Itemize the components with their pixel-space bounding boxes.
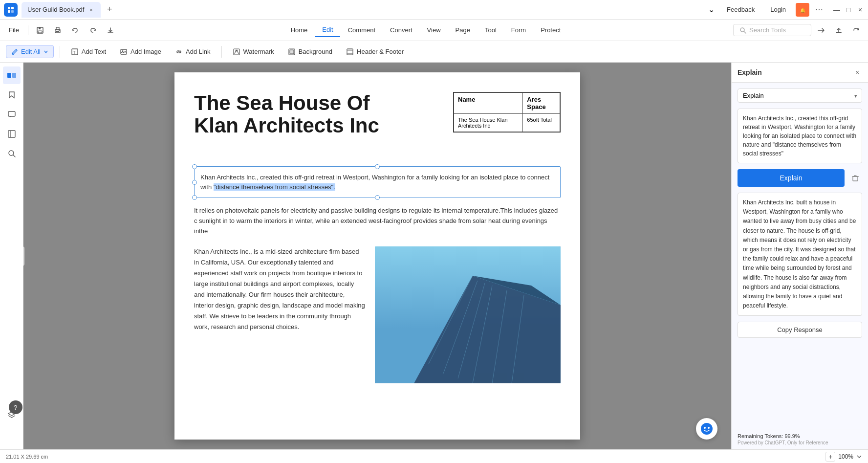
svg-rect-8 <box>39 27 41 29</box>
delete-response-button[interactable] <box>848 171 862 185</box>
header-footer-label: Header & Footer <box>357 48 404 55</box>
edit-all-button[interactable]: Edit All <box>6 45 54 58</box>
status-bar: 21.01 X 29.69 cm + 100% <box>0 449 868 463</box>
menu-protect[interactable]: Protect <box>534 23 567 37</box>
menu-home[interactable]: Home <box>284 23 315 37</box>
add-image-button[interactable]: Add Image <box>115 45 166 58</box>
sidebar-bookmark-button[interactable] <box>3 86 21 104</box>
handle-top-middle[interactable] <box>375 164 380 169</box>
svg-rect-9 <box>38 31 42 33</box>
minimize-button[interactable]: — <box>833 6 841 14</box>
menu-convert[interactable]: Convert <box>383 23 419 37</box>
active-tab[interactable]: User Guild Book.pdf × <box>22 2 101 18</box>
print-button[interactable] <box>50 22 65 38</box>
expand-button[interactable]: ⌄ <box>705 4 717 16</box>
help-button[interactable]: ? <box>9 400 22 414</box>
svg-rect-12 <box>56 31 59 32</box>
tab-bar: User Guild Book.pdf × + <box>22 2 701 18</box>
svg-rect-2 <box>11 7 14 9</box>
table-col1-header: Name <box>454 93 523 114</box>
info-table: Name Ares Space The Sea House Klan Archi… <box>453 92 561 132</box>
upload-icon[interactable] <box>831 22 846 38</box>
menu-edit[interactable]: Edit <box>315 23 340 37</box>
svg-rect-31 <box>8 131 15 137</box>
add-link-button[interactable]: Add Link <box>170 45 216 58</box>
svg-point-33 <box>9 151 14 155</box>
copy-response-button[interactable]: Copy Response <box>738 322 862 338</box>
powered-by-text: Powered by ChatGPT, Only for Reference <box>738 440 862 445</box>
tab-close-button[interactable]: × <box>87 6 95 14</box>
menu-left: File <box>4 22 118 38</box>
sidebar-panel-button[interactable] <box>3 125 21 143</box>
header-footer-button[interactable]: Header & Footer <box>341 45 409 58</box>
explain-dropdown-wrapper: Explain <box>738 88 862 103</box>
refresh-icon[interactable] <box>848 22 864 38</box>
explain-panel-body: Explain Khan Architects Inc., created th… <box>732 83 868 429</box>
redo-button[interactable] <box>85 22 101 38</box>
divider <box>28 25 28 35</box>
left-column-text: Khan Architects Inc., is a mid-sized arc… <box>194 246 365 383</box>
background-button[interactable]: Background <box>283 45 337 58</box>
save-button[interactable] <box>32 22 48 38</box>
download-button[interactable] <box>103 22 118 38</box>
explain-panel-close[interactable]: × <box>852 67 862 77</box>
sidebar-comment-button[interactable] <box>3 106 21 123</box>
login-button[interactable]: Login <box>764 4 792 15</box>
bottom-section: Khan Architects Inc., is a mid-sized arc… <box>194 246 561 383</box>
assistant-button[interactable] <box>696 418 717 440</box>
window-close-button[interactable]: × <box>856 6 864 14</box>
menu-form[interactable]: Form <box>504 23 533 37</box>
profile-icon[interactable]: 🔔 <box>796 3 809 17</box>
explain-panel: Explain × Explain Khan Architects Inc., … <box>731 63 868 449</box>
menu-tool[interactable]: Tool <box>478 23 503 37</box>
svg-rect-29 <box>347 53 353 55</box>
svg-rect-28 <box>347 49 353 50</box>
file-menu[interactable]: File <box>4 24 24 36</box>
app-logo <box>4 3 18 17</box>
pdf-title: The Sea House Of Klan Architects Inc <box>194 92 468 137</box>
zoom-in-button[interactable]: + <box>825 452 835 462</box>
selected-text-box[interactable]: Khan Architects Inc., created this off-g… <box>194 166 561 198</box>
handle-middle-left[interactable] <box>192 180 197 185</box>
svg-rect-3 <box>8 10 10 13</box>
maximize-button[interactable]: □ <box>845 6 852 14</box>
more-options-button[interactable]: ⋯ <box>813 4 825 16</box>
handle-bottom-left[interactable] <box>192 195 197 200</box>
undo-button[interactable] <box>67 22 83 38</box>
zoom-controls: + 100% <box>825 452 862 462</box>
sidebar-search-button[interactable] <box>3 145 21 162</box>
collapse-panel-button[interactable]: ‹ <box>23 246 24 266</box>
svg-text:🔔: 🔔 <box>800 7 806 13</box>
toolbar: Edit All T Add Text Add Image Add Link W… <box>0 41 868 63</box>
pdf-area[interactable]: ‹ The Sea House Of Klan Architects Inc N… <box>23 63 731 449</box>
comment-icon <box>7 110 16 119</box>
explain-mode-select[interactable]: Explain <box>738 88 862 103</box>
handle-bottom-middle[interactable] <box>375 195 380 200</box>
menu-page[interactable]: Page <box>449 23 477 37</box>
panel-icon <box>7 130 16 138</box>
new-tab-button[interactable]: + <box>103 3 116 17</box>
svg-rect-17 <box>836 32 842 33</box>
svg-rect-30 <box>8 111 15 116</box>
feedback-button[interactable]: Feedback <box>721 4 760 15</box>
zoom-dropdown-icon[interactable] <box>856 454 862 460</box>
pages-icon <box>7 73 16 78</box>
search-tools-input[interactable]: Search Tools <box>733 24 811 36</box>
pdf-page: The Sea House Of Klan Architects Inc Nam… <box>174 72 580 440</box>
svg-point-13 <box>59 30 60 31</box>
watermark-button[interactable]: Watermark <box>228 45 279 58</box>
watermark-label: Watermark <box>243 48 274 55</box>
selected-paragraph: Khan Architects Inc., created this off-g… <box>200 173 554 192</box>
status-right: + 100% <box>825 452 862 462</box>
toolbar-divider <box>60 46 60 58</box>
table-col2-header: Ares Space <box>523 93 560 114</box>
sidebar-pages-button[interactable] <box>3 66 21 84</box>
add-text-button[interactable]: T Add Text <box>66 45 111 58</box>
menu-comment[interactable]: Comment <box>341 23 382 37</box>
menu-view[interactable]: View <box>420 23 448 37</box>
explain-submit-button[interactable]: Explain <box>738 169 845 187</box>
send-icon[interactable] <box>813 22 829 38</box>
page-dimensions: 21.01 X 29.69 cm <box>6 454 48 460</box>
menu-bar: File Home Edit Comment Convert View Page… <box>0 20 868 41</box>
handle-top-left[interactable] <box>192 164 197 169</box>
